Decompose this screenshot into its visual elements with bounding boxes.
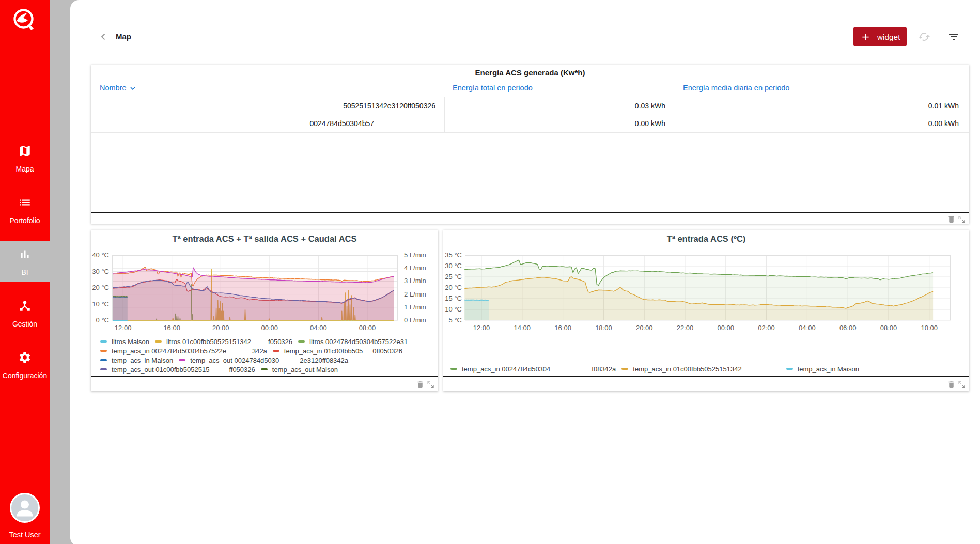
add-widget-button[interactable]: widget <box>853 27 907 46</box>
column-header-total[interactable]: Energía total en periodo <box>444 84 676 92</box>
sidebar-item-mapa[interactable]: Mapa <box>0 137 50 179</box>
legend-label: 342a <box>252 347 267 355</box>
legend-dash <box>261 368 268 370</box>
chart-widget-temps-caudal: Tª entrada ACS + Tª salida ACS + Caudal … <box>91 230 438 391</box>
legend-label: temp_acs_in 0024784d50304 <box>462 365 550 373</box>
sidebar-item-label: Mapa <box>15 165 34 173</box>
legend-dash <box>786 368 793 370</box>
y-tick-label: 30 °C <box>421 262 462 270</box>
legend-dash <box>621 368 628 370</box>
y-tick-label: 25 °C <box>421 273 462 281</box>
dashboard: Energía ACS generada (Kw*h) Nombre Energ… <box>70 54 980 544</box>
x-tick-label: 20:00 <box>205 324 236 332</box>
x-tick-label: 04:00 <box>303 324 334 332</box>
legend-dash <box>179 359 185 361</box>
legend-label: temp_acs_out Maison <box>272 366 338 374</box>
legend-item[interactable]: temp_acs_out 01c00fbb5052515ff050326 <box>100 366 255 374</box>
legend-dash <box>100 368 107 370</box>
legend-item[interactable]: temp_acs_out 0024784d50302e3120ff08342a <box>179 356 348 364</box>
legend-label: temp_acs_in Maison <box>798 365 859 373</box>
legend-dash <box>100 359 107 361</box>
table-row[interactable]: 0024784d50304b570.00 kWh0.00 kWh <box>91 115 969 133</box>
legend-item[interactable]: temp_acs_out Maison <box>261 366 338 374</box>
x-tick-label: 12:00 <box>466 324 497 332</box>
plot-area[interactable] <box>465 255 951 320</box>
x-tick-label: 18:00 <box>588 324 619 332</box>
legend-item[interactable]: temp_acs_in 0024784d50304f08342a <box>450 365 616 373</box>
legend-dash <box>298 340 305 343</box>
legend-item[interactable]: litros Maison <box>100 338 149 346</box>
x-tick-label: 08:00 <box>352 324 383 332</box>
legend-label: temp_acs_out 0024784d5030 <box>190 356 279 364</box>
add-widget-label: widget <box>877 33 900 41</box>
page-title: Map <box>116 32 131 41</box>
refresh-button[interactable] <box>918 30 930 43</box>
legend-item[interactable]: temp_acs_in 0024784d50304b57522e342a <box>100 347 267 355</box>
legend-label: temp_acs_in 0024784d50304b57522e <box>112 347 226 355</box>
column-header-nombre[interactable]: Nombre <box>91 84 444 92</box>
legend-label: litros 01c00fbb50525151342 <box>166 338 251 346</box>
user-name: Test User <box>0 531 50 539</box>
page-header: Map widget <box>70 0 980 54</box>
legend-label: litros Maison <box>112 338 149 346</box>
x-tick-label: 20:00 <box>629 324 660 332</box>
legend-label: temp_acs_in Maison <box>112 356 173 364</box>
chart-title: Tª entrada ACS (ºC) <box>443 234 969 244</box>
sidebar-item-gestion[interactable]: Gestión <box>0 292 50 334</box>
legend-dash <box>450 368 457 370</box>
legend-item[interactable]: litros 01c00fbb50525151342f050326 <box>155 338 292 346</box>
chart-legend: litros Maisonlitros 01c00fbb50525151342f… <box>91 337 438 374</box>
cell-total: 0.03 kWh <box>444 97 676 115</box>
map-icon <box>18 144 32 158</box>
table-row[interactable]: 50525151342e3120ff0503260.03 kWh0.01 kWh <box>91 97 969 115</box>
trash-icon[interactable] <box>416 380 425 389</box>
brand-logo[interactable] <box>11 7 38 34</box>
legend-dash <box>100 350 107 352</box>
resize-handle-icon[interactable] <box>957 380 966 389</box>
legend-item[interactable]: litros 0024784d50304b57522e31 <box>298 338 408 346</box>
trash-icon[interactable] <box>947 215 956 224</box>
legend-dash <box>273 350 279 352</box>
bar-chart-icon <box>18 247 32 261</box>
y-tick-label: 0 °C <box>70 316 109 324</box>
sidebar-item-label: Portofolio <box>9 216 40 225</box>
chart-widget-temp-entrada: Tª entrada ACS (ºC) temp_acs_in 0024784d… <box>443 230 969 391</box>
sidebar-item-label: BI <box>21 268 28 276</box>
cell-media: 0.00 kWh <box>676 115 969 133</box>
widget-footer-divider <box>91 376 438 377</box>
legend-label: 0ff050326 <box>372 347 402 355</box>
cell-nombre: 50525151342e3120ff050326 <box>91 102 444 110</box>
legend-label: f050326 <box>268 338 292 346</box>
user-box[interactable]: Test User <box>0 493 50 544</box>
y-tick-label: 10 °C <box>70 300 109 308</box>
logo-arrow <box>17 13 28 23</box>
legend-item[interactable]: temp_acs_in 01c00fbb50525151342 <box>621 365 780 373</box>
resize-handle-icon[interactable] <box>426 380 435 389</box>
legend-label: temp_acs_out 01c00fbb5052515 <box>112 366 209 374</box>
sidebar-item-bi[interactable]: BI <box>0 241 50 282</box>
avatar <box>10 493 40 523</box>
sidebar-item-portofolio[interactable]: Portofolio <box>0 189 50 230</box>
trash-icon[interactable] <box>947 380 956 389</box>
y-tick-label: 20 °C <box>421 284 462 291</box>
x-tick-label: 02:00 <box>751 324 782 332</box>
cell-total: 0.00 kWh <box>444 115 676 133</box>
plot-area[interactable] <box>112 255 398 320</box>
back-button[interactable] <box>97 30 110 43</box>
resize-handle-icon[interactable] <box>957 215 966 224</box>
legend-label: f08342a <box>592 365 616 373</box>
legend-item[interactable]: temp_acs_in Maison <box>786 365 859 373</box>
sidebar-item-configuracion[interactable]: Configuración <box>0 344 50 385</box>
legend-item[interactable]: temp_acs_in 01c00fbb5050ff050326 <box>273 347 402 355</box>
legend-label: ff050326 <box>229 366 255 374</box>
settings-icon <box>18 351 32 364</box>
legend-item[interactable]: temp_acs_in Maison <box>100 356 173 364</box>
column-header-media[interactable]: Energía media diaria en periodo <box>676 84 969 92</box>
x-tick-label: 08:00 <box>873 324 904 332</box>
cell-nombre: 0024784d50304b57 <box>91 119 444 128</box>
legend-dash <box>155 340 162 343</box>
chart-title: Tª entrada ACS + Tª salida ACS + Caudal … <box>91 234 438 244</box>
y-tick-label: 40 °C <box>70 251 109 259</box>
sidebar-nav: Mapa Portofolio BI Gestión Configuración <box>0 137 50 396</box>
filter-button[interactable] <box>947 30 960 43</box>
